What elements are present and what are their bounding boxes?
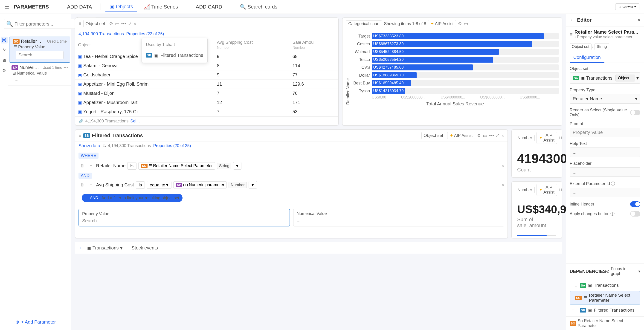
sidebar-formula-icon[interactable]: fx — [1, 47, 8, 54]
ext-param-label: External Parameter Id — [570, 181, 610, 186]
ext-param-info-icon[interactable]: ⓘ — [611, 181, 615, 186]
sidebar-settings-icon[interactable]: ⚙ — [1, 67, 8, 74]
dep-arrow-icon[interactable]: ↓ — [575, 283, 577, 288]
numerical-value-input[interactable] — [297, 218, 501, 223]
number2-more-icon[interactable]: ⠿ — [559, 187, 562, 192]
chart-gear-icon[interactable]: ⚙ — [458, 21, 462, 26]
number2-aip-button[interactable]: ✦ AIP Assist — [536, 184, 557, 196]
param-more-icon[interactable]: ••• — [64, 65, 68, 70]
filter-more-icon[interactable]: ••• — [489, 133, 494, 138]
back-button[interactable]: ← — [570, 17, 575, 23]
number1-more-icon[interactable]: ⠿ — [559, 135, 562, 140]
sidebar-search-box[interactable]: 🔍 — [4, 19, 75, 29]
filter2-x-icon[interactable]: × — [502, 182, 504, 188]
table-expand-icon[interactable]: ⤢ — [128, 21, 132, 26]
param-search-input[interactable] — [16, 51, 64, 59]
filter2-op-button[interactable]: is — [136, 181, 145, 189]
table-drag-handle[interactable]: ⠿ — [78, 21, 82, 26]
tab-stock-events[interactable]: Stock events — [128, 244, 162, 252]
object-set-button[interactable]: Object set — [83, 20, 107, 28]
dep-arrow-icon[interactable]: ↑ — [572, 283, 574, 288]
inline-header-toggle[interactable] — [630, 201, 640, 207]
render-select-toggle[interactable] — [630, 110, 640, 115]
dep-item[interactable]: SO ☰ Retailer Name Select Parameter — [570, 291, 640, 304]
objects-tab[interactable]: ▣ Objects — [106, 2, 137, 12]
filter-expand-icon[interactable]: ⤢ — [496, 133, 500, 138]
bottom-tab-add-icon[interactable]: + — [79, 245, 82, 251]
property-type-text: Retailer Name — [573, 96, 602, 102]
filter2-param-name: Numeric parameter — [189, 182, 224, 187]
chart-monitor-icon[interactable]: ▭ — [464, 21, 468, 26]
config-tab[interactable]: Configuration — [570, 52, 604, 63]
string-tag[interactable]: String — [594, 43, 609, 50]
properties-link[interactable]: Properties (22 of 25) — [126, 32, 164, 36]
table-footer-sel[interactable]: Sel... — [130, 119, 140, 124]
object-set-field-value[interactable]: SA ▣ Transactions Object... ▾ — [570, 72, 640, 84]
apply-changes-toggle[interactable] — [630, 211, 640, 216]
add-card-button[interactable]: ADD CARD — [192, 2, 226, 12]
where-badge[interactable]: WHERE — [78, 152, 98, 159]
filter-close-icon[interactable]: × — [502, 133, 504, 138]
filter-gear-icon[interactable]: ⚙ — [477, 133, 481, 138]
table-cell-name: ▣Appetizer - Mushroom Tart — [75, 98, 214, 107]
filter2-delete-icon[interactable]: 🗑 — [78, 182, 86, 188]
dep-arrow-icon[interactable]: ↓ — [575, 308, 577, 313]
focus-graph-button[interactable]: ⊙ Focus in graph ▾ — [606, 266, 640, 276]
filter-aip-button[interactable]: ✦ AIP Assist — [447, 132, 475, 139]
panel-param-name: Retailer Name Select Para... — [574, 29, 640, 35]
dep-item[interactable]: ↑↓ SA ▣ Transactions — [570, 282, 640, 289]
param-item-numeric[interactable]: SP Numeric paramete Used 1 time ••• ⊞ Nu… — [8, 63, 71, 86]
filter1-delete-icon[interactable]: 🗑 — [78, 162, 86, 169]
filter2-add-icon[interactable]: + — [88, 182, 94, 188]
main-layout: 🔍 All types ▾ (x) fx 🖥 ⚙ SO — [0, 14, 644, 330]
filter-drag-handle[interactable]: ⠿ — [78, 133, 82, 138]
filter-properties-link[interactable]: Properties (20 of 25) — [153, 143, 191, 148]
apply-changes-info-icon[interactable]: ⓘ — [610, 211, 614, 216]
sidebar-param-icon[interactable]: (x) — [1, 36, 8, 44]
filter1-param[interactable]: SO ☰ Retailer Name Select Parameter — [138, 162, 215, 170]
filter1-x-icon[interactable]: × — [502, 163, 504, 168]
property-value-input[interactable] — [82, 218, 286, 224]
table-more-icon[interactable]: ••• — [121, 21, 126, 26]
filter-monitor-icon[interactable]: ▭ — [483, 133, 487, 138]
param-item-retailer[interactable]: SO Retailer Name Sele Used 1 time ☰ Prop… — [9, 36, 70, 62]
dependencies-header[interactable]: DEPENDENCIES ⊙ Focus in graph ▾ — [566, 264, 644, 279]
filter1-dropdown-btn[interactable]: ▾ — [233, 162, 242, 170]
table-monitor-icon[interactable]: ▭ — [115, 21, 120, 26]
object-set-field-btn[interactable]: Object... — [616, 74, 635, 82]
canvas-button[interactable]: ⊞ Canvas ▾ — [615, 4, 640, 10]
placeholder-input[interactable] — [570, 167, 640, 177]
filter2-op2-button[interactable]: equal to ▾ — [146, 181, 172, 189]
filter2-param[interactable]: SP (x) Numeric parameter — [173, 181, 227, 188]
table-close-icon[interactable]: × — [134, 21, 136, 26]
add-parameter-button[interactable]: ⊕ + Add Parameter — [3, 317, 68, 327]
menu-icon[interactable]: ☰ — [4, 4, 9, 10]
time-series-tab[interactable]: 📈 Time Series — [140, 2, 182, 12]
filter2-dropdown-btn[interactable]: ▾ — [248, 181, 257, 189]
chart-bar-row: Best Buy US$16559485.40 — [352, 80, 558, 86]
filter1-op-button[interactable]: is — [127, 162, 136, 170]
show-data-link[interactable]: Show data — [78, 143, 100, 148]
add-filter-button[interactable]: + AND Add a filter to limit your resulti… — [82, 194, 182, 202]
dep-arrow-icon[interactable]: ↑ — [572, 308, 574, 313]
tab-transactions[interactable]: ▣ Transactions ▾ — [83, 244, 126, 253]
search-cards-button[interactable]: 🔍 Search cards — [236, 2, 282, 12]
aip-assist-button[interactable]: ✦ AIP Assist — [428, 20, 456, 28]
help-text-input[interactable] — [570, 148, 640, 157]
ext-param-input[interactable] — [570, 188, 640, 197]
prompt-input[interactable] — [570, 128, 640, 137]
filter-parameters-input[interactable] — [14, 22, 73, 27]
filter1-add-icon[interactable]: + — [88, 162, 94, 169]
sidebar-monitor-icon[interactable]: 🖥 — [1, 57, 8, 64]
property-type-value[interactable]: Retailer Name ▾ — [570, 94, 640, 104]
dep-item[interactable]: ↑↓ SB ▣ Filtered Transactions — [570, 306, 640, 314]
number1-aip-button[interactable]: ✦ AIP Assist — [536, 132, 557, 144]
tooltip-item-filtered[interactable]: SB ▣ Filtered Transactions — [142, 50, 208, 60]
table-gear-icon[interactable]: ⚙ — [109, 21, 113, 26]
filter-object-set-btn[interactable]: Object set — [422, 132, 445, 139]
object-set-tag[interactable]: Object set — [570, 43, 592, 50]
transactions-count[interactable]: 4,194,300 Transactions — [78, 31, 124, 36]
add-data-button[interactable]: ADD DATA — [63, 2, 96, 12]
and-badge[interactable]: AND — [78, 172, 92, 179]
panel-close-button[interactable]: × — [637, 17, 640, 23]
